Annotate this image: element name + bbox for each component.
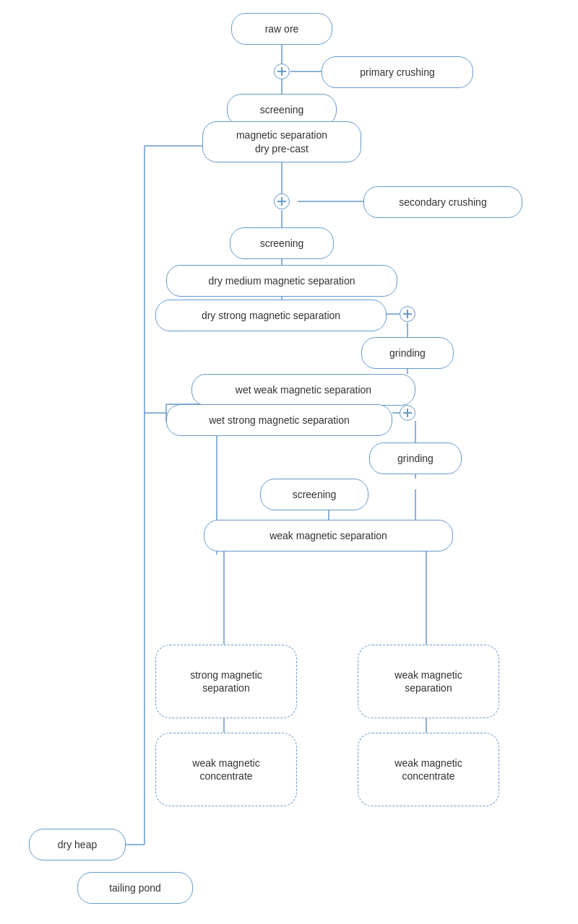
tailing-pond-node: tailing pond	[77, 872, 193, 904]
screening2-node: screening	[230, 227, 334, 259]
screening3-node: screening	[260, 479, 368, 510]
wet-weak-node: wet weak magnetic separation	[191, 374, 415, 406]
dry-medium-node: dry medium magnetic separation	[166, 265, 397, 297]
secondary-crushing-node: secondary crushing	[363, 186, 522, 218]
cross-circle-1	[274, 64, 290, 79]
wet-strong-node: wet strong magnetic separation	[166, 404, 392, 436]
weak-mag-sep-main-node: weak magnetic separation	[204, 520, 453, 552]
dry-heap-node: dry heap	[29, 829, 126, 860]
weak-mag-conc2-node: weak magneticconcentrate	[358, 733, 499, 806]
weak-mag-conc1-node: weak magneticconcentrate	[155, 733, 297, 806]
grinding1-node: grinding	[361, 337, 454, 369]
cross-circle-3	[400, 306, 415, 322]
mag-sep-dry-node: magnetic separationdry pre-cast	[202, 121, 361, 162]
grinding2-node: grinding	[369, 443, 462, 474]
weak-mag-sep2-node: weak magneticseparation	[358, 645, 499, 718]
cross-circle-2	[274, 193, 290, 209]
cross-circle-4	[400, 405, 415, 421]
flowchart-diagram: raw ore primary crushing screening magne…	[0, 0, 578, 924]
dry-strong-node: dry strong magnetic separation	[155, 300, 387, 331]
primary-crushing-node: primary crushing	[322, 56, 473, 88]
raw-ore-node: raw ore	[231, 13, 332, 45]
strong-mag-sep-node: strong magneticseparation	[155, 645, 297, 718]
